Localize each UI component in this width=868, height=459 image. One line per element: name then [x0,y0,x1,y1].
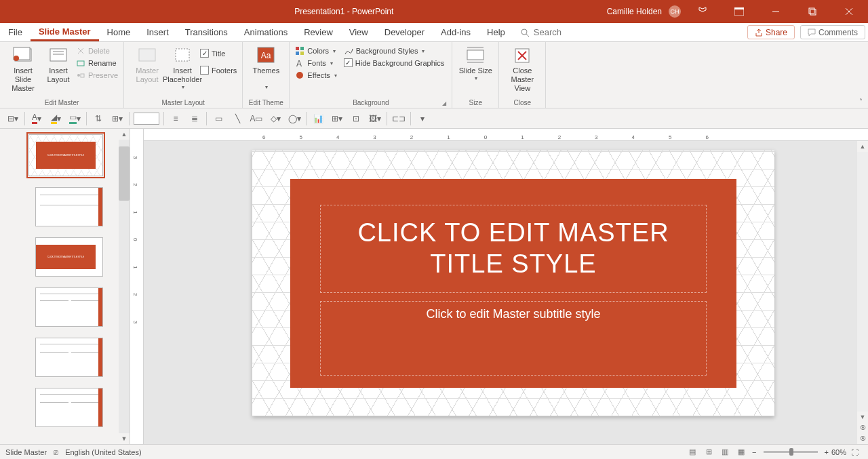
tab-review[interactable]: Review [296,23,341,41]
accessibility-icon[interactable]: ⎚ [54,448,58,456]
tab-insert[interactable]: Insert [138,23,177,41]
textbox-tool[interactable]: A▭ [249,111,264,126]
insert-slide-master-button[interactable]: Insert Slide Master [5,45,41,94]
close-master-view-button[interactable]: Close Master View [505,45,540,94]
status-language[interactable]: English (United States) [65,448,142,456]
slide-size-button[interactable]: Slide Size▾ [458,45,493,82]
rename-button[interactable]: Rename [76,58,118,68]
thumbnail-layout-1[interactable] [35,187,103,226]
scroll-down-icon[interactable]: ▼ [857,412,868,422]
thumbnail-panel: CLICK TO EDIT MASTER TITLE STYLE CLICK T… [0,129,119,444]
touch-mode-icon[interactable] [688,0,717,23]
minimize-button[interactable] [761,0,791,23]
scroll-up-icon[interactable]: ▲ [857,141,868,152]
themes-button[interactable]: Aa Themes▾ [248,45,283,91]
shapes-tool[interactable]: ◇▾ [268,111,283,126]
fit-to-window-button[interactable]: ⛶ [847,446,862,458]
group-background: Colors▾ AFonts▾ Effects▾ Background Styl… [290,42,452,108]
slideshow-button[interactable]: ▦ [734,446,749,458]
next-slide-icon[interactable]: ⦿ [857,433,868,444]
svg-rect-30 [467,50,484,60]
thumbnail-master[interactable]: CLICK TO EDIT MASTER TITLE STYLE [28,134,103,176]
shape-fill-button[interactable]: ▭▾ [67,111,82,126]
chart-tool[interactable]: 📊 [311,111,326,126]
title-checkbox[interactable]: Title [200,49,237,58]
comments-button[interactable]: Comments [800,25,865,39]
line-tool[interactable]: ╲ [230,111,245,126]
background-styles-button[interactable]: Background Styles▾ [344,46,444,56]
fonts-button[interactable]: AFonts▾ [295,58,336,68]
tab-home[interactable]: Home [99,23,139,41]
selection-pane-button[interactable]: ⊏⊐ [391,111,406,126]
arrange-button[interactable]: ⊞▾ [110,111,125,126]
thumbnail-layout-3[interactable] [35,287,103,327]
insert-placeholder-button[interactable]: Insert Placeholder▾ [165,45,200,91]
group-edit-master: Insert Slide Master Insert Layout Delete… [0,42,124,108]
tell-me-search[interactable]: Search [520,23,561,41]
table-tool[interactable]: ⊞▾ [330,111,344,126]
color-swatch[interactable] [134,113,159,125]
tab-developer[interactable]: Developer [376,23,433,41]
slide-canvas[interactable]: Click to edit Master title style Click t… [252,151,774,416]
editor-scrollbar[interactable]: ▲ ▼ ⦿ ⦿ [857,141,868,444]
tab-slide-master[interactable]: Slide Master [31,23,99,41]
chevron-down-icon: ▾ [182,84,184,91]
colors-icon [295,46,304,56]
comments-icon [808,28,816,37]
search-placeholder: Search [534,27,561,37]
insert-layout-button[interactable]: Insert Layout [41,45,76,84]
scroll-down-icon[interactable]: ▼ [119,433,130,444]
share-button[interactable]: Share [747,25,795,39]
preserve-button[interactable]: Preserve [76,71,118,80]
thumbnail-layout-5[interactable] [35,388,103,427]
reading-view-button[interactable]: ▥ [717,446,732,458]
master-subtitle-placeholder[interactable]: Click to edit Master subtitle style [320,301,707,376]
slide-sorter-button[interactable]: ⊞ [701,446,716,458]
svg-rect-17 [77,61,84,66]
align-left-button[interactable]: ≡ [168,111,183,126]
dialog-launcher-icon[interactable]: ◢ [442,100,446,106]
thumbnail-scrollbar[interactable]: ▲ ▼ [119,129,130,444]
align-objects-button[interactable]: ⊟▾ [5,111,20,126]
tab-transitions[interactable]: Transitions [177,23,236,41]
align-center-button[interactable]: ≣ [187,111,202,126]
group-label-edit-theme: Edit Theme [248,99,283,108]
normal-view-button[interactable]: ▤ [685,446,700,458]
collapse-ribbon-icon[interactable]: ˄ [859,98,863,105]
prev-slide-icon[interactable]: ⦿ [857,422,868,433]
sort-button[interactable]: ⇅ [91,111,106,126]
svg-line-8 [526,34,529,37]
horizontal-ruler: 6 5 4 3 2 1 0 1 2 3 4 5 6 [144,129,868,141]
footers-checkbox[interactable]: Footers [200,66,237,75]
avatar[interactable]: CH [669,5,681,18]
tab-view[interactable]: View [341,23,376,41]
thumbnail-layout-4[interactable] [35,338,103,377]
thumbnail-layout-2[interactable]: CLICK TO EDIT MASTER TITLE STYLE [35,237,103,277]
rectangle-tool[interactable]: ▭ [211,111,226,126]
maximize-button[interactable] [797,0,827,23]
effects-button[interactable]: Effects▾ [295,71,336,80]
themes-icon: Aa [255,46,277,65]
colors-button[interactable]: Colors▾ [295,46,336,56]
more-button[interactable]: ▾ [415,111,430,126]
delete-button[interactable]: Delete [76,46,118,56]
preserve-icon [76,71,85,80]
scroll-up-icon[interactable]: ▲ [119,129,130,140]
zoom-level[interactable]: 60% [831,448,846,456]
close-button[interactable] [834,0,864,23]
ribbon-display-icon[interactable] [724,0,754,23]
tab-addins[interactable]: Add-ins [433,23,479,41]
font-color-button[interactable]: A▾ [29,111,44,126]
tab-help[interactable]: Help [479,23,513,41]
circle-tool[interactable]: ◯▾ [287,111,302,126]
master-title-placeholder[interactable]: Click to edit Master title style [320,205,707,293]
fonts-icon: A [295,58,304,68]
zoom-slider[interactable] [764,451,818,453]
picture-tool[interactable]: 🖼▾ [368,111,382,126]
hide-bg-checkbox[interactable]: Hide Background Graphics [344,58,444,67]
chevron-down-icon: ▾ [333,48,336,54]
tab-file[interactable]: File [0,23,31,41]
crop-tool[interactable]: ⊡ [349,111,363,126]
highlight-button[interactable]: ◢▾ [48,111,63,126]
tab-animations[interactable]: Animations [236,23,296,41]
